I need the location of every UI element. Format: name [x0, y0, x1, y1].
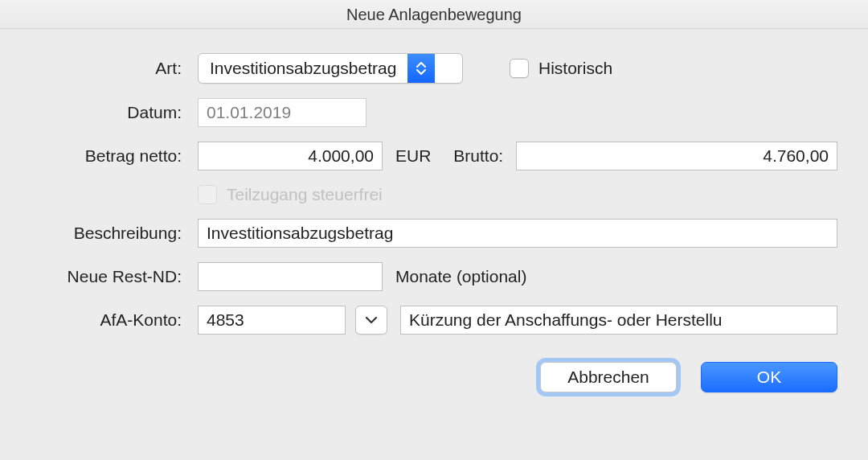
- ok-button-label: OK: [757, 368, 781, 387]
- currency-label: EUR: [395, 146, 431, 166]
- historisch-label: Historisch: [538, 59, 612, 78]
- select-arrows-icon: [407, 54, 435, 83]
- monate-label: Monate (optional): [395, 267, 526, 286]
- label-datum: Datum:: [31, 103, 198, 122]
- label-beschreibung: Beschreibung:: [31, 224, 198, 243]
- datum-field: [198, 98, 366, 127]
- brutto-input[interactable]: [516, 142, 837, 170]
- teilzugang-label: Teilzugang steuerfrei: [227, 185, 383, 204]
- label-rest-nd: Neue Rest-ND:: [31, 267, 198, 286]
- label-art: Art:: [31, 59, 198, 78]
- afa-konto-picker-button[interactable]: [355, 306, 387, 335]
- beschreibung-input[interactable]: [198, 219, 837, 248]
- ok-button[interactable]: OK: [701, 362, 837, 392]
- chevron-down-icon: [365, 316, 378, 324]
- teilzugang-checkbox: Teilzugang steuerfrei: [198, 185, 383, 204]
- afa-konto-input[interactable]: [198, 306, 346, 335]
- art-select[interactable]: Investitionsabzugsbetrag: [198, 53, 463, 84]
- historisch-checkbox[interactable]: Historisch: [510, 59, 612, 78]
- cancel-button[interactable]: Abbrechen: [540, 362, 677, 392]
- afa-konto-text[interactable]: [400, 306, 837, 335]
- checkbox-box-icon: [198, 185, 217, 204]
- label-betrag-netto: Betrag netto:: [31, 146, 198, 166]
- art-select-value: Investitionsabzugsbetrag: [199, 54, 407, 83]
- label-brutto: Brutto:: [453, 146, 503, 166]
- rest-nd-input[interactable]: [198, 262, 383, 291]
- cancel-button-label: Abbrechen: [567, 368, 649, 387]
- label-afa-konto: AfA-Konto:: [31, 310, 198, 330]
- netto-input[interactable]: [198, 142, 383, 170]
- checkbox-box-icon: [510, 59, 529, 78]
- window-titlebar: Neue Anlagenbewegung: [0, 0, 868, 29]
